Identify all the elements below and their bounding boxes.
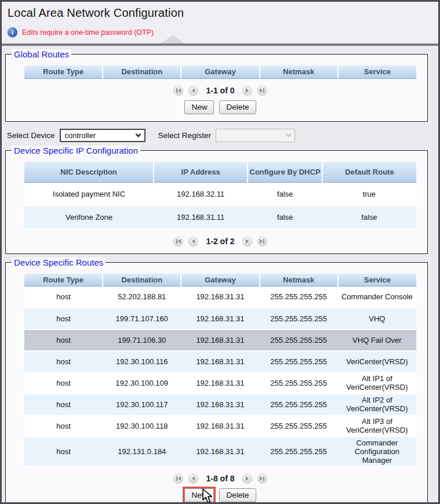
table-row[interactable]: host192.30.100.116192.168.31.31255.255.2…: [24, 351, 416, 372]
table-row[interactable]: host199.71.106.30192.168.31.31255.255.25…: [24, 329, 416, 351]
table-cell[interactable]: 192.168.31.31: [181, 351, 259, 372]
table-cell[interactable]: 255.255.255.255: [260, 308, 338, 329]
last-page-icon[interactable]: [257, 237, 267, 246]
global-routes-section: Global Routes Route TypeDestinationGatew…: [5, 54, 428, 122]
table-row[interactable]: host192.30.100.109192.168.31.31255.255.2…: [24, 372, 416, 394]
table-cell[interactable]: Isolated payment NIC: [24, 183, 154, 206]
table-cell[interactable]: 255.255.255.255: [260, 351, 338, 372]
table-cell[interactable]: 192.131.0.184: [103, 437, 181, 466]
table-cell[interactable]: 192.168.31.31: [181, 372, 259, 394]
table-cell[interactable]: VeriCenter(VRSD): [338, 351, 416, 372]
table-cell[interactable]: 255.255.255.255: [260, 372, 338, 394]
table-cell[interactable]: 199.71.106.30: [103, 329, 181, 351]
table-cell[interactable]: host: [24, 372, 103, 394]
device-routes-section: Device Specific Routes Route TypeDestina…: [5, 262, 428, 504]
column-header: Route Type: [24, 66, 103, 78]
table-cell[interactable]: Alt IP3 of VeriCenter(VRSD): [338, 415, 416, 437]
ip-configuration-pager: 1-2 of 2: [24, 237, 416, 246]
next-page-icon[interactable]: [242, 474, 252, 484]
column-header: Service: [338, 66, 416, 78]
table-cell[interactable]: 192.30.100.116: [103, 351, 181, 372]
table-cell[interactable]: true: [322, 183, 416, 206]
new-button[interactable]: New: [184, 100, 214, 114]
table-cell[interactable]: 192.168.31.31: [181, 415, 259, 437]
table-cell[interactable]: 192.168.31.31: [181, 394, 259, 415]
device-select-row: Select Device controller Select Register: [7, 129, 438, 142]
table-cell[interactable]: false: [248, 206, 322, 229]
table-cell[interactable]: Alt IP2 of VeriCenter(VRSD): [338, 394, 416, 415]
table-cell[interactable]: 255.255.255.255: [260, 329, 338, 351]
table-cell[interactable]: host: [24, 329, 103, 351]
table-cell[interactable]: host: [24, 287, 103, 308]
table-row[interactable]: host192.30.100.117192.168.31.31255.255.2…: [24, 394, 416, 415]
table-cell[interactable]: 192.168.31.11: [154, 206, 248, 229]
table-cell[interactable]: 192.168.31.31: [181, 287, 259, 308]
delete-button[interactable]: Delete: [219, 488, 256, 502]
device-routes-legend: Device Specific Routes: [12, 258, 106, 267]
column-header: Gateway: [181, 66, 259, 78]
table-cell[interactable]: host: [24, 415, 103, 437]
table-row[interactable]: host52.202.188.81192.168.31.31255.255.25…: [24, 287, 416, 308]
table-cell[interactable]: VHQ: [338, 308, 416, 329]
new-button[interactable]: New: [184, 488, 214, 502]
table-header-row: Route TypeDestinationGatewayNetmaskServi…: [24, 274, 416, 287]
table-cell[interactable]: 255.255.255.255: [260, 437, 338, 466]
table-cell[interactable]: host: [24, 308, 103, 329]
column-header: Destination: [103, 66, 181, 78]
next-page-icon[interactable]: [242, 237, 252, 246]
table-cell[interactable]: 192.30.100.109: [103, 372, 181, 394]
column-header: Default Route: [322, 162, 416, 183]
table-cell[interactable]: 192.30.100.118: [103, 415, 181, 437]
table-cell[interactable]: 199.71.107.160: [103, 308, 181, 329]
global-routes-legend: Global Routes: [12, 49, 71, 59]
table-cell[interactable]: 255.255.255.255: [260, 394, 338, 415]
last-page-icon[interactable]: [257, 474, 267, 484]
table-cell[interactable]: Verifone Zone: [24, 206, 154, 229]
table-cell[interactable]: false: [322, 206, 416, 229]
table-row[interactable]: host192.30.100.118192.168.31.31255.255.2…: [24, 415, 416, 437]
table-row[interactable]: Verifone Zone192.168.31.11falsefalse: [24, 206, 416, 229]
table-cell[interactable]: 192.168.32.11: [154, 183, 248, 206]
collapse-arrow-icon[interactable]: [161, 35, 185, 43]
chevron-down-icon: [135, 131, 141, 137]
first-page-icon[interactable]: [173, 86, 183, 96]
device-routes-table: Route TypeDestinationGatewayNetmaskServi…: [24, 274, 416, 467]
table-cell[interactable]: 192.168.31.31: [181, 308, 259, 329]
previous-page-icon[interactable]: [188, 237, 198, 246]
table-cell[interactable]: 255.255.255.255: [260, 287, 338, 308]
column-header: Service: [338, 274, 416, 287]
table-cell[interactable]: 52.202.188.81: [103, 287, 181, 308]
previous-page-icon[interactable]: [188, 474, 198, 484]
first-page-icon[interactable]: [173, 237, 183, 246]
column-header: IP Address: [154, 162, 248, 183]
previous-page-icon[interactable]: [188, 86, 198, 96]
ip-configuration-legend: Device Specific IP Configuration: [12, 146, 140, 155]
table-cell[interactable]: 192.168.31.31: [181, 329, 259, 351]
table-cell[interactable]: 255.255.255.255: [260, 415, 338, 437]
table-cell[interactable]: Alt IP1 of VeriCenter(VRSD): [338, 372, 416, 394]
delete-button[interactable]: Delete: [219, 100, 256, 114]
table-row[interactable]: host199.71.107.160192.168.31.31255.255.2…: [24, 308, 416, 329]
table-cell[interactable]: host: [24, 437, 103, 466]
column-header: NIC Description: [24, 162, 154, 183]
panel-divider: [2, 43, 438, 46]
first-page-icon[interactable]: [173, 474, 183, 484]
table-cell[interactable]: host: [24, 394, 103, 415]
table-cell[interactable]: 192.168.31.31: [181, 437, 259, 466]
next-page-icon[interactable]: [242, 86, 252, 96]
table-row[interactable]: host192.131.0.184192.168.31.31255.255.25…: [24, 437, 416, 466]
page-range-label: 1-2 of 2: [206, 237, 234, 246]
last-page-icon[interactable]: [257, 86, 267, 96]
table-cell[interactable]: Commander Configuration Manager: [338, 437, 416, 466]
table-cell[interactable]: Commander Console: [338, 287, 416, 308]
table-cell[interactable]: 192.30.100.117: [103, 394, 181, 415]
device-select-dropdown[interactable]: controller: [60, 129, 146, 142]
table-row[interactable]: Isolated payment NIC192.168.32.11falsetr…: [24, 183, 416, 206]
ip-configuration-table: NIC DescriptionIP AddressConfigure By DH…: [24, 162, 416, 230]
table-cell[interactable]: false: [248, 183, 322, 206]
column-header: Route Type: [24, 274, 103, 287]
column-header: Netmask: [260, 274, 338, 287]
select-device-label: Select Device: [7, 131, 55, 140]
table-cell[interactable]: VHQ Fail Over: [338, 329, 416, 351]
table-cell[interactable]: host: [24, 351, 103, 372]
